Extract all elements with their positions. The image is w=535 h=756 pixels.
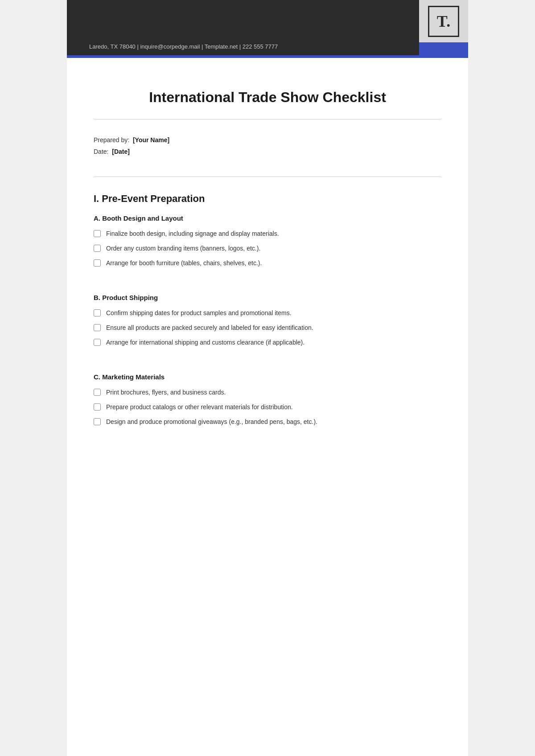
item-text: Finalize booth design, including signage… (106, 229, 279, 238)
document-title: International Trade Show Checklist (94, 89, 441, 106)
divider-bottom (94, 177, 441, 177)
list-item: Ensure all products are packed securely … (94, 323, 441, 333)
checkbox[interactable] (94, 339, 101, 346)
list-item: Arrange for booth furniture (tables, cha… (94, 259, 441, 268)
subsection-b-group: B. Product Shipping Confirm shipping dat… (94, 294, 441, 347)
prepared-by-row: Prepared by: [Your Name] (94, 136, 441, 144)
checkbox[interactable] (94, 418, 101, 425)
subsection-c-group: C. Marketing Materials Print brochures, … (94, 373, 441, 427)
section-1-heading: I. Pre-Event Preparation (94, 193, 441, 205)
page: Laredo, TX 78040 | inquire@corpedge.mail… (67, 0, 468, 756)
date-value: [Date] (112, 148, 130, 155)
list-item: Finalize booth design, including signage… (94, 229, 441, 238)
list-item: Design and produce promotional giveaways… (94, 417, 441, 427)
item-text: Arrange for international shipping and c… (106, 338, 305, 347)
item-text: Design and produce promotional giveaways… (106, 417, 317, 427)
date-label: Date: (94, 148, 108, 155)
list-item: Prepare product catalogs or other releva… (94, 403, 441, 412)
item-text: Arrange for booth furniture (tables, cha… (106, 259, 262, 268)
spacer (94, 361, 441, 370)
header: Laredo, TX 78040 | inquire@corpedge.mail… (67, 0, 468, 58)
checkbox[interactable] (94, 259, 101, 267)
subsection-a-group: A. Booth Design and Layout Finalize boot… (94, 214, 441, 268)
spacer (94, 281, 441, 290)
logo-area: T. (419, 0, 468, 58)
header-blue-line (67, 55, 419, 58)
item-text: Confirm shipping dates for product sampl… (106, 308, 292, 318)
main-content: International Trade Show Checklist Prepa… (67, 58, 468, 467)
list-item: Print brochures, flyers, and business ca… (94, 388, 441, 397)
subsection-b-heading: B. Product Shipping (94, 294, 441, 301)
subsection-a-heading: A. Booth Design and Layout (94, 214, 441, 222)
checkbox[interactable] (94, 245, 101, 252)
checkbox[interactable] (94, 389, 101, 396)
meta-section: Prepared by: [Your Name] Date: [Date] (94, 128, 441, 168)
list-item: Arrange for international shipping and c… (94, 338, 441, 347)
checkbox[interactable] (94, 309, 101, 316)
prepared-by-label: Prepared by: (94, 136, 129, 144)
checkbox[interactable] (94, 403, 101, 411)
date-row: Date: [Date] (94, 148, 441, 155)
logo-blue-bar (419, 42, 468, 58)
checkbox[interactable] (94, 324, 101, 331)
item-text: Order any custom branding items (banners… (106, 244, 260, 253)
divider-top (94, 119, 441, 119)
item-text: Ensure all products are packed securely … (106, 323, 313, 333)
list-item: Confirm shipping dates for product sampl… (94, 308, 441, 318)
prepared-by-value: [Your Name] (133, 136, 169, 144)
logo-icon: T. (428, 6, 459, 37)
item-text: Prepare product catalogs or other releva… (106, 403, 293, 412)
logo-box: T. (419, 0, 468, 42)
item-text: Print brochures, flyers, and business ca… (106, 388, 226, 397)
list-item: Order any custom branding items (banners… (94, 244, 441, 253)
subsection-c-heading: C. Marketing Materials (94, 373, 441, 381)
checkbox[interactable] (94, 230, 101, 237)
